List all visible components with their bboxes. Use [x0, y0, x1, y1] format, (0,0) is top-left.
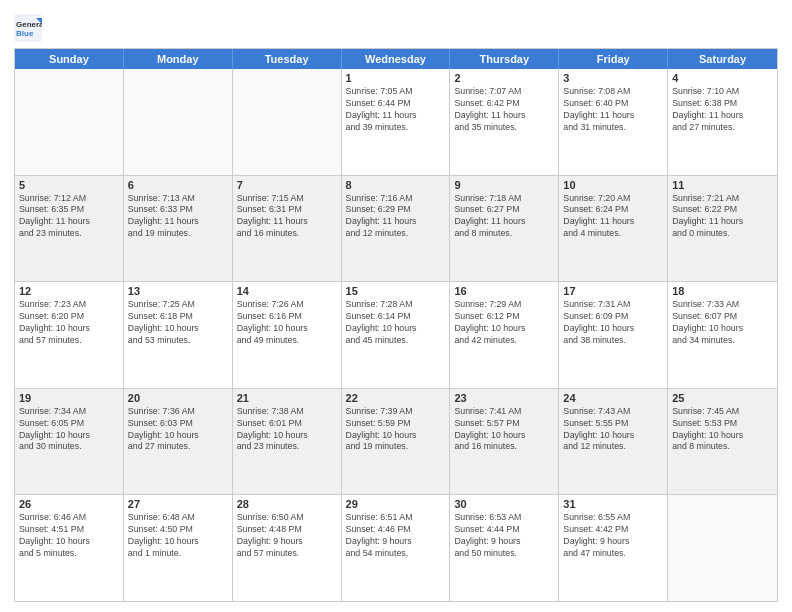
calendar-body: 1Sunrise: 7:05 AM Sunset: 6:44 PM Daylig… — [15, 69, 777, 601]
cal-header-day: Sunday — [15, 49, 124, 69]
day-number: 3 — [563, 72, 663, 84]
day-number: 26 — [19, 498, 119, 510]
cell-details: Sunrise: 7:34 AM Sunset: 6:05 PM Dayligh… — [19, 406, 119, 454]
calendar-cell: 10Sunrise: 7:20 AM Sunset: 6:24 PM Dayli… — [559, 176, 668, 282]
day-number: 25 — [672, 392, 773, 404]
day-number: 31 — [563, 498, 663, 510]
calendar-cell: 11Sunrise: 7:21 AM Sunset: 6:22 PM Dayli… — [668, 176, 777, 282]
cell-details: Sunrise: 6:53 AM Sunset: 4:44 PM Dayligh… — [454, 512, 554, 560]
cell-details: Sunrise: 7:07 AM Sunset: 6:42 PM Dayligh… — [454, 86, 554, 134]
day-number: 23 — [454, 392, 554, 404]
cell-details: Sunrise: 6:51 AM Sunset: 4:46 PM Dayligh… — [346, 512, 446, 560]
calendar-header: SundayMondayTuesdayWednesdayThursdayFrid… — [15, 49, 777, 69]
calendar-cell: 14Sunrise: 7:26 AM Sunset: 6:16 PM Dayli… — [233, 282, 342, 388]
calendar-cell: 18Sunrise: 7:33 AM Sunset: 6:07 PM Dayli… — [668, 282, 777, 388]
day-number: 8 — [346, 179, 446, 191]
svg-text:General: General — [16, 20, 42, 29]
calendar-row: 5Sunrise: 7:12 AM Sunset: 6:35 PM Daylig… — [15, 175, 777, 282]
calendar-cell — [233, 69, 342, 175]
cal-header-day: Wednesday — [342, 49, 451, 69]
cell-details: Sunrise: 7:18 AM Sunset: 6:27 PM Dayligh… — [454, 193, 554, 241]
calendar-cell: 16Sunrise: 7:29 AM Sunset: 6:12 PM Dayli… — [450, 282, 559, 388]
cell-details: Sunrise: 7:36 AM Sunset: 6:03 PM Dayligh… — [128, 406, 228, 454]
calendar-cell: 24Sunrise: 7:43 AM Sunset: 5:55 PM Dayli… — [559, 389, 668, 495]
cell-details: Sunrise: 7:16 AM Sunset: 6:29 PM Dayligh… — [346, 193, 446, 241]
cell-details: Sunrise: 7:41 AM Sunset: 5:57 PM Dayligh… — [454, 406, 554, 454]
calendar-row: 1Sunrise: 7:05 AM Sunset: 6:44 PM Daylig… — [15, 69, 777, 175]
day-number: 6 — [128, 179, 228, 191]
day-number: 27 — [128, 498, 228, 510]
calendar-cell: 15Sunrise: 7:28 AM Sunset: 6:14 PM Dayli… — [342, 282, 451, 388]
cell-details: Sunrise: 7:43 AM Sunset: 5:55 PM Dayligh… — [563, 406, 663, 454]
calendar-row: 12Sunrise: 7:23 AM Sunset: 6:20 PM Dayli… — [15, 281, 777, 388]
day-number: 21 — [237, 392, 337, 404]
cell-details: Sunrise: 7:29 AM Sunset: 6:12 PM Dayligh… — [454, 299, 554, 347]
calendar-cell — [15, 69, 124, 175]
day-number: 15 — [346, 285, 446, 297]
cell-details: Sunrise: 7:05 AM Sunset: 6:44 PM Dayligh… — [346, 86, 446, 134]
day-number: 20 — [128, 392, 228, 404]
day-number: 11 — [672, 179, 773, 191]
page: General Blue SundayMondayTuesdayWednesda… — [0, 0, 792, 612]
day-number: 29 — [346, 498, 446, 510]
calendar-row: 26Sunrise: 6:46 AM Sunset: 4:51 PM Dayli… — [15, 494, 777, 601]
day-number: 10 — [563, 179, 663, 191]
calendar-cell: 13Sunrise: 7:25 AM Sunset: 6:18 PM Dayli… — [124, 282, 233, 388]
calendar-cell: 30Sunrise: 6:53 AM Sunset: 4:44 PM Dayli… — [450, 495, 559, 601]
day-number: 16 — [454, 285, 554, 297]
svg-text:Blue: Blue — [16, 29, 34, 38]
day-number: 14 — [237, 285, 337, 297]
day-number: 13 — [128, 285, 228, 297]
calendar-cell: 28Sunrise: 6:50 AM Sunset: 4:48 PM Dayli… — [233, 495, 342, 601]
cell-details: Sunrise: 7:23 AM Sunset: 6:20 PM Dayligh… — [19, 299, 119, 347]
calendar-cell: 6Sunrise: 7:13 AM Sunset: 6:33 PM Daylig… — [124, 176, 233, 282]
cal-header-day: Saturday — [668, 49, 777, 69]
calendar-cell: 1Sunrise: 7:05 AM Sunset: 6:44 PM Daylig… — [342, 69, 451, 175]
calendar-cell: 20Sunrise: 7:36 AM Sunset: 6:03 PM Dayli… — [124, 389, 233, 495]
cell-details: Sunrise: 7:13 AM Sunset: 6:33 PM Dayligh… — [128, 193, 228, 241]
day-number: 30 — [454, 498, 554, 510]
calendar-cell — [668, 495, 777, 601]
calendar-cell: 21Sunrise: 7:38 AM Sunset: 6:01 PM Dayli… — [233, 389, 342, 495]
day-number: 12 — [19, 285, 119, 297]
calendar-cell: 8Sunrise: 7:16 AM Sunset: 6:29 PM Daylig… — [342, 176, 451, 282]
cell-details: Sunrise: 6:46 AM Sunset: 4:51 PM Dayligh… — [19, 512, 119, 560]
cell-details: Sunrise: 7:33 AM Sunset: 6:07 PM Dayligh… — [672, 299, 773, 347]
day-number: 18 — [672, 285, 773, 297]
calendar-cell: 31Sunrise: 6:55 AM Sunset: 4:42 PM Dayli… — [559, 495, 668, 601]
cal-header-day: Monday — [124, 49, 233, 69]
calendar-cell: 22Sunrise: 7:39 AM Sunset: 5:59 PM Dayli… — [342, 389, 451, 495]
calendar-row: 19Sunrise: 7:34 AM Sunset: 6:05 PM Dayli… — [15, 388, 777, 495]
cell-details: Sunrise: 7:28 AM Sunset: 6:14 PM Dayligh… — [346, 299, 446, 347]
day-number: 5 — [19, 179, 119, 191]
cell-details: Sunrise: 6:50 AM Sunset: 4:48 PM Dayligh… — [237, 512, 337, 560]
calendar-cell: 27Sunrise: 6:48 AM Sunset: 4:50 PM Dayli… — [124, 495, 233, 601]
calendar-cell: 7Sunrise: 7:15 AM Sunset: 6:31 PM Daylig… — [233, 176, 342, 282]
cal-header-day: Thursday — [450, 49, 559, 69]
day-number: 4 — [672, 72, 773, 84]
calendar-cell: 4Sunrise: 7:10 AM Sunset: 6:38 PM Daylig… — [668, 69, 777, 175]
day-number: 17 — [563, 285, 663, 297]
cell-details: Sunrise: 7:21 AM Sunset: 6:22 PM Dayligh… — [672, 193, 773, 241]
calendar-cell — [124, 69, 233, 175]
cell-details: Sunrise: 7:12 AM Sunset: 6:35 PM Dayligh… — [19, 193, 119, 241]
logo-icon: General Blue — [14, 14, 42, 42]
day-number: 22 — [346, 392, 446, 404]
calendar-cell: 2Sunrise: 7:07 AM Sunset: 6:42 PM Daylig… — [450, 69, 559, 175]
cell-details: Sunrise: 7:45 AM Sunset: 5:53 PM Dayligh… — [672, 406, 773, 454]
calendar-cell: 29Sunrise: 6:51 AM Sunset: 4:46 PM Dayli… — [342, 495, 451, 601]
cell-details: Sunrise: 6:48 AM Sunset: 4:50 PM Dayligh… — [128, 512, 228, 560]
calendar: SundayMondayTuesdayWednesdayThursdayFrid… — [14, 48, 778, 602]
cell-details: Sunrise: 7:26 AM Sunset: 6:16 PM Dayligh… — [237, 299, 337, 347]
calendar-cell: 17Sunrise: 7:31 AM Sunset: 6:09 PM Dayli… — [559, 282, 668, 388]
day-number: 19 — [19, 392, 119, 404]
day-number: 28 — [237, 498, 337, 510]
calendar-cell: 12Sunrise: 7:23 AM Sunset: 6:20 PM Dayli… — [15, 282, 124, 388]
calendar-cell: 3Sunrise: 7:08 AM Sunset: 6:40 PM Daylig… — [559, 69, 668, 175]
calendar-cell: 23Sunrise: 7:41 AM Sunset: 5:57 PM Dayli… — [450, 389, 559, 495]
cell-details: Sunrise: 7:15 AM Sunset: 6:31 PM Dayligh… — [237, 193, 337, 241]
calendar-cell: 9Sunrise: 7:18 AM Sunset: 6:27 PM Daylig… — [450, 176, 559, 282]
cell-details: Sunrise: 7:38 AM Sunset: 6:01 PM Dayligh… — [237, 406, 337, 454]
cell-details: Sunrise: 7:20 AM Sunset: 6:24 PM Dayligh… — [563, 193, 663, 241]
cell-details: Sunrise: 7:31 AM Sunset: 6:09 PM Dayligh… — [563, 299, 663, 347]
